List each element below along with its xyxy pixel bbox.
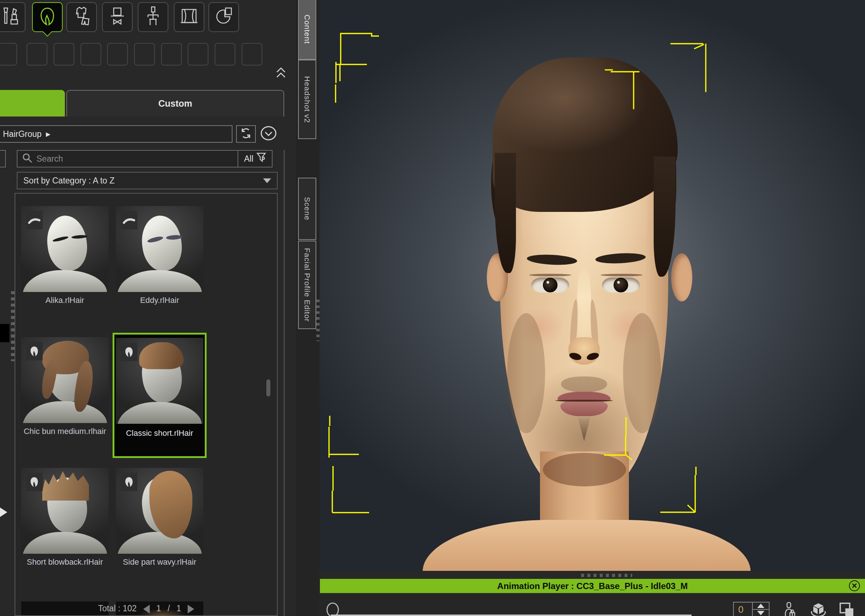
search-scope-label: All xyxy=(244,154,254,164)
quick-slot[interactable] xyxy=(187,43,208,66)
morph-tool-button[interactable] xyxy=(208,2,239,32)
clothing-icon xyxy=(72,6,91,28)
stage-icon xyxy=(179,6,199,28)
page-current: 1 xyxy=(156,603,161,613)
search-scope-button[interactable]: All xyxy=(238,151,272,167)
mannequin-head xyxy=(44,213,90,273)
expand-group-button[interactable] xyxy=(259,125,278,143)
search-icon xyxy=(22,152,33,165)
list-item-eddy[interactable]: Eddy.rlHair xyxy=(116,206,203,305)
quick-slot[interactable] xyxy=(0,43,17,66)
next-page-icon[interactable] xyxy=(187,605,194,613)
tab-template[interactable] xyxy=(0,90,65,116)
breadcrumb-label: HairGroup xyxy=(3,129,41,139)
tab-content[interactable]: Content xyxy=(298,0,316,60)
thumbnail-chic-bun xyxy=(21,337,109,423)
orbit-cube-icon[interactable] xyxy=(810,602,827,616)
tab-fpe-label: Facial Profile Editor xyxy=(303,248,312,322)
display-views-icon[interactable] xyxy=(839,602,855,616)
list-item-chic-bun[interactable]: Chic bun medium.rlhair xyxy=(21,337,109,436)
collapse-panel-button[interactable] xyxy=(276,66,287,80)
quick-slot[interactable] xyxy=(134,43,155,66)
mannequin-head xyxy=(139,213,185,273)
list-item-short-blowback[interactable]: Short blowback.rlHair xyxy=(21,468,109,567)
quick-slot[interactable] xyxy=(54,43,74,66)
mannequin-shoulders xyxy=(117,270,202,292)
sort-dropdown[interactable]: Sort by Category : A to Z xyxy=(17,172,278,189)
clothing-tool-button[interactable] xyxy=(66,2,97,32)
spinner-down-button[interactable] xyxy=(753,609,769,616)
prev-page-icon[interactable] xyxy=(143,605,150,613)
tab-content-label: Content xyxy=(303,14,312,44)
animation-player-title: Animation Player : CC3_Base_Plus - Idle0… xyxy=(497,581,688,591)
list-item-side-part-wavy[interactable]: Side part wavy.rlHair xyxy=(116,468,203,567)
refresh-icon xyxy=(240,127,252,141)
breadcrumb[interactable]: HairGroup ▶ xyxy=(0,125,232,143)
hair-shape xyxy=(42,470,89,501)
quick-slot[interactable] xyxy=(161,43,182,66)
quick-slot[interactable] xyxy=(241,43,262,66)
zoom-search-icon[interactable] xyxy=(326,602,339,616)
thumbnail-side-part-wavy xyxy=(116,468,203,554)
item-label: Classic short.rlHair xyxy=(114,428,205,438)
tab-headshot-label: Headshot v2 xyxy=(303,76,312,123)
quick-slot[interactable] xyxy=(80,43,101,66)
hair-tool-button[interactable] xyxy=(32,2,63,32)
refresh-button[interactable] xyxy=(236,125,256,143)
mannequin-shoulders xyxy=(117,402,202,424)
item-label: Alika.rlHair xyxy=(21,295,109,305)
hair-badge-icon xyxy=(26,473,43,491)
pagination-bar: Total : 102 1 / 1 xyxy=(14,603,278,616)
item-label: Short blowback.rlHair xyxy=(21,557,109,567)
player-splitter-handle[interactable] xyxy=(581,574,632,577)
breadcrumb-arrow-icon: ▶ xyxy=(46,131,50,138)
mannequin-shoulders xyxy=(23,532,107,554)
quick-slot[interactable] xyxy=(107,43,128,66)
hair-shape xyxy=(139,342,184,369)
close-icon[interactable]: ✕ xyxy=(849,580,860,591)
mini-strip-slot[interactable] xyxy=(0,150,6,168)
search-input[interactable]: Search All xyxy=(17,150,273,168)
morph-icon xyxy=(214,6,233,28)
animation-player-bar[interactable]: Animation Player : CC3_Base_Plus - Idle0… xyxy=(320,579,865,593)
expand-right-icon[interactable] xyxy=(0,508,7,517)
list-item-alika[interactable]: Alika.rlHair xyxy=(21,206,109,305)
avatar-rig-tool-button[interactable] xyxy=(138,2,169,32)
chevron-down-circle-icon xyxy=(260,125,277,143)
headshot-alignment-markers xyxy=(320,0,865,571)
list-item-classic-short-selected[interactable]: Classic short.rlHair xyxy=(113,333,206,458)
lock-character-icon[interactable] xyxy=(782,602,797,616)
hair-badge-icon xyxy=(121,343,137,361)
tab-facial-profile-editor[interactable]: Facial Profile Editor xyxy=(298,240,316,329)
tab-custom[interactable]: Custom xyxy=(66,90,284,116)
panel-splitter-handle[interactable] xyxy=(11,291,14,361)
accessories-icon xyxy=(108,6,127,28)
spinner-up-button[interactable] xyxy=(753,602,769,609)
tab-scene[interactable]: Scene xyxy=(298,178,316,240)
arrow-down-icon xyxy=(757,611,764,615)
page-total: 1 xyxy=(176,603,181,613)
tab-headshot-v2[interactable]: Headshot v2 xyxy=(298,60,316,139)
viewport-splitter-handle[interactable] xyxy=(316,300,320,341)
item-label: Chic bun medium.rlhair xyxy=(21,426,109,436)
thumbnail-eddy xyxy=(116,206,203,292)
thumbnail-alika xyxy=(21,206,109,292)
item-label: Side part wavy.rlHair xyxy=(116,557,203,567)
timeline-track[interactable] xyxy=(331,614,692,616)
quick-slot[interactable] xyxy=(214,43,235,66)
hair-icon xyxy=(38,6,57,28)
frame-spinner[interactable]: 0 xyxy=(733,602,769,616)
stage-tool-button[interactable] xyxy=(174,2,205,32)
thumbnail-short-blowback xyxy=(21,468,109,554)
side-tab-strip: Content Headshot v2 Scene Facial Profile… xyxy=(296,0,320,616)
mannequin-shoulders xyxy=(117,532,202,554)
thumbnail-classic-short xyxy=(116,338,203,424)
accessories-tool-button[interactable] xyxy=(102,2,132,32)
eyebrow-badge-icon xyxy=(26,211,43,229)
makeup-tool-button[interactable] xyxy=(0,2,25,32)
search-placeholder: Search xyxy=(36,154,63,164)
vertical-scrollbar[interactable] xyxy=(266,379,270,396)
quick-slot[interactable] xyxy=(27,43,47,66)
viewport-3d[interactable] xyxy=(320,0,865,571)
dropdown-caret-icon xyxy=(263,178,271,183)
